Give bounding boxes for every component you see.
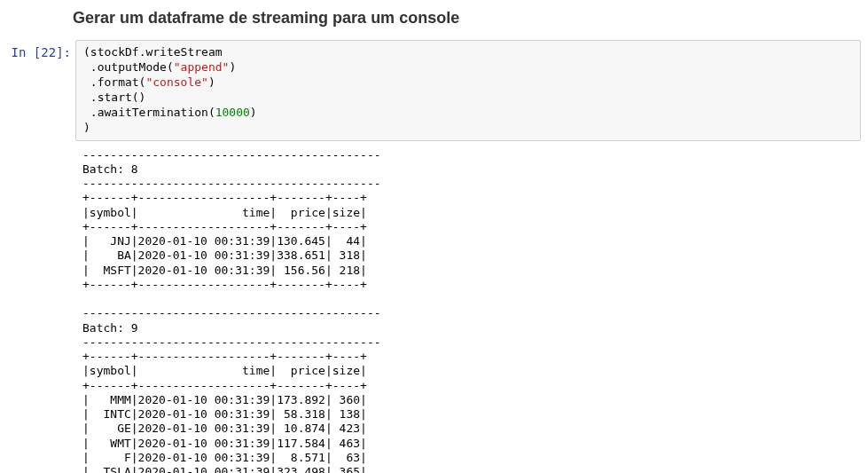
code-token: ) bbox=[208, 75, 215, 89]
code-token: .writeStream bbox=[139, 45, 223, 59]
code-token: .awaitTermination( bbox=[83, 106, 215, 119]
input-prompt: In [22]: bbox=[7, 40, 75, 140]
output-prompt bbox=[7, 144, 75, 473]
code-token: .outputMode( bbox=[83, 60, 174, 74]
notebook: Gerar um dataframe de streaming para um … bbox=[0, 7, 868, 473]
code-input[interactable]: (stockDf.writeStream .outputMode("append… bbox=[75, 40, 861, 140]
code-token: .format( bbox=[83, 75, 145, 89]
code-token: ) bbox=[229, 60, 236, 74]
code-token: "append" bbox=[174, 60, 230, 74]
code-token: ) bbox=[250, 106, 257, 119]
code-token: .start() bbox=[83, 91, 145, 104]
output-cell: ----------------------------------------… bbox=[7, 144, 861, 473]
code-token: ) bbox=[83, 121, 90, 134]
section-heading: Gerar um dataframe de streaming para um … bbox=[73, 7, 868, 29]
code-token: (stockDf bbox=[83, 45, 139, 59]
code-token: 10000 bbox=[215, 106, 250, 119]
console-output: ----------------------------------------… bbox=[75, 144, 861, 473]
code-cell: In [22]: (stockDf.writeStream .outputMod… bbox=[7, 40, 861, 140]
code-token: "console" bbox=[145, 75, 207, 89]
